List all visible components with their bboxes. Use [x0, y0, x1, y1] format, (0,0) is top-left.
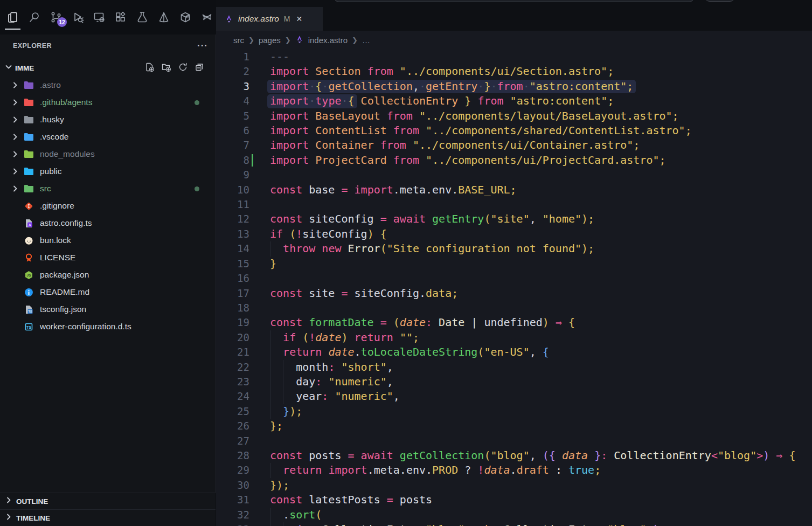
code-line-23[interactable]: 23 day: "numeric",	[216, 375, 812, 389]
code-token: );	[581, 242, 594, 255]
line-number: 19	[216, 315, 249, 330]
code-line-33[interactable]: 33 (a: CollectionEntry<"blog">, b: Colle…	[216, 522, 812, 526]
breadcrumb-item[interactable]: …	[362, 36, 370, 45]
breadcrumb-item[interactable]: index.astro	[308, 36, 348, 45]
code-line-22[interactable]: 22 month: "short",	[216, 360, 812, 375]
tree-item-tsconfig-json[interactable]: TStsconfig.json	[0, 301, 216, 318]
prism-icon[interactable]	[156, 10, 171, 25]
code-token: import	[328, 463, 367, 476]
search-icon[interactable]	[27, 10, 41, 25]
code-line-5[interactable]: 5import BaseLayout from "../components/l…	[216, 109, 812, 123]
code-token: new	[322, 242, 348, 255]
tree-item-src[interactable]: src	[0, 180, 216, 197]
breadcrumb-item[interactable]: src	[233, 36, 244, 45]
code-line-11[interactable]: 11	[216, 197, 812, 212]
code-line-content: (a: CollectionEntry<"blog">, b: Collecti…	[270, 522, 672, 526]
refresh-icon[interactable]	[178, 62, 188, 74]
code-token: ;	[685, 124, 692, 137]
code-line-30[interactable]: 30});	[216, 478, 812, 493]
code-line-24[interactable]: 24 year: "numeric",	[216, 389, 812, 404]
tree-item--astro[interactable]: .astro	[0, 77, 216, 94]
code-line-7[interactable]: 7import Container from "../components/ui…	[216, 138, 812, 153]
code-line-15[interactable]: 15}	[216, 257, 812, 271]
tab-index-astro[interactable]: index.astro M ✕	[216, 7, 323, 31]
code-line-16[interactable]: 16	[216, 271, 812, 286]
tree-item-node-modules[interactable]: node_modules	[0, 146, 216, 163]
containers-icon[interactable]	[178, 10, 192, 25]
tree-item-label: .astro	[40, 80, 61, 90]
code-token: day	[270, 375, 315, 388]
code-line-1[interactable]: 1---	[216, 50, 812, 64]
editor-group: index.astro M ✕ src❯pages❯index.astro❯… …	[216, 0, 812, 526]
source-control-icon[interactable]: 12	[48, 10, 63, 25]
explorer-icon[interactable]	[5, 10, 20, 25]
new-folder-icon[interactable]	[161, 62, 171, 74]
code-token: });	[270, 479, 289, 492]
code-editor[interactable]: 1---2import Section from "../components/…	[216, 50, 812, 526]
code-line-13[interactable]: 13if (!siteConfig) {	[216, 227, 812, 241]
code-line-2[interactable]: 2import Section from "../components/ui/S…	[216, 64, 812, 79]
tree-item-astro-config-ts[interactable]: astro.config.ts	[0, 214, 216, 232]
code-token: )	[653, 523, 660, 526]
code-line-28[interactable]: 28const posts = await getCollection("blo…	[216, 448, 812, 463]
code-token	[355, 94, 361, 107]
file-npm-icon: JS	[24, 270, 34, 280]
command-center[interactable]	[334, 0, 694, 2]
new-file-icon[interactable]	[144, 62, 155, 74]
code-line-6[interactable]: 6import ContentList from "../components/…	[216, 123, 812, 138]
bowtie-icon[interactable]	[199, 10, 214, 25]
code-token: PROD	[432, 463, 458, 476]
line-number: 2	[216, 64, 249, 79]
code-token: getEntry	[432, 212, 484, 225]
tab-strip: index.astro M ✕	[216, 0, 812, 31]
tree-item-worker-configuration-d-ts[interactable]: TSworker-configuration.d.ts	[0, 318, 216, 335]
code-token: return	[283, 463, 328, 476]
code-token: BASE_URL	[458, 183, 510, 196]
code-line-18[interactable]: 18	[216, 301, 812, 315]
tree-item-readme-md[interactable]: README.md	[0, 283, 216, 301]
tree-item-public[interactable]: public	[0, 163, 216, 180]
code-line-31[interactable]: 31const latestPosts = posts	[216, 493, 812, 507]
code-line-10[interactable]: 10const base = import.meta.env.BASE_URL;	[216, 183, 812, 197]
tree-item-bun-lock[interactable]: bun.lock	[0, 232, 216, 249]
code-line-25[interactable]: 25 });	[216, 404, 812, 419]
testing-icon[interactable]	[135, 10, 149, 25]
code-line-3[interactable]: 3import·{·getCollection,·getEntry·}·from…	[216, 79, 812, 94]
collapse-folders-icon[interactable]	[195, 62, 205, 74]
code-line-8[interactable]: 8import ProjectCard from "../components/…	[216, 153, 812, 168]
code-token: "home"	[543, 212, 581, 225]
code-token: import	[270, 109, 315, 122]
code-line-17[interactable]: 17const site = siteConfig.data;	[216, 286, 812, 301]
views-more-actions-icon[interactable]: ···	[197, 43, 208, 49]
code-line-9[interactable]: 9	[216, 168, 812, 182]
code-line-32[interactable]: 32 .sort(	[216, 508, 812, 522]
code-line-4[interactable]: 4import·type·{ CollectionEntry } from "a…	[216, 94, 812, 108]
timeline-section[interactable]: TIMELINE	[0, 509, 216, 526]
tree-item--github-agents[interactable]: .github/agents	[0, 94, 216, 111]
code-line-27[interactable]: 27	[216, 434, 812, 448]
code-line-29[interactable]: 29 return import.meta.env.PROD ? !data.d…	[216, 463, 812, 477]
remote-explorer-icon[interactable]	[92, 10, 106, 25]
code-line-21[interactable]: 21 return date.toLocaleDateString("en-US…	[216, 345, 812, 359]
tree-item--husky[interactable]: .husky	[0, 111, 216, 128]
code-line-content: import Section from "../components/ui/Se…	[270, 64, 614, 79]
code-line-19[interactable]: 19const formatDate = (date: Date | undef…	[216, 315, 812, 330]
tree-item--vscode[interactable]: .vscode	[0, 128, 216, 146]
code-line-20[interactable]: 20 if (!date) return "";	[216, 330, 812, 345]
code-token: toLocaleDateString	[361, 345, 478, 358]
run-debug-icon[interactable]	[70, 10, 85, 25]
tab-close-icon[interactable]: ✕	[296, 15, 303, 23]
tree-item-license[interactable]: LICENSE	[0, 249, 216, 266]
code-line-14[interactable]: 14 throw new Error("Site configuration n…	[216, 241, 812, 256]
code-line-26[interactable]: 26};	[216, 419, 812, 433]
code-token: {	[568, 316, 575, 329]
tree-item-package-json[interactable]: JSpackage.json	[0, 266, 216, 283]
chevron-right-icon	[11, 133, 19, 141]
extensions-icon[interactable]	[113, 10, 128, 25]
layout-controls[interactable]	[705, 0, 735, 2]
project-section-header[interactable]: IMME	[0, 59, 216, 77]
code-line-12[interactable]: 12const siteConfig = await getEntry("sit…	[216, 212, 812, 226]
outline-section[interactable]: OUTLINE	[0, 493, 216, 509]
breadcrumb-item[interactable]: pages	[259, 36, 281, 45]
tree-item--gitignore[interactable]: .gitignore	[0, 197, 216, 214]
